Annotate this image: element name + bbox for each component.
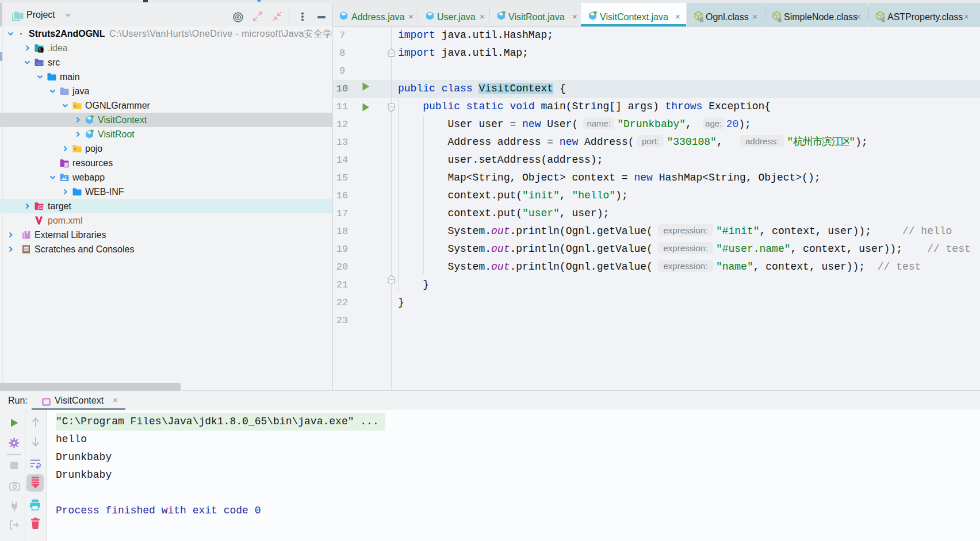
svg-text:</>: </>	[37, 61, 43, 66]
